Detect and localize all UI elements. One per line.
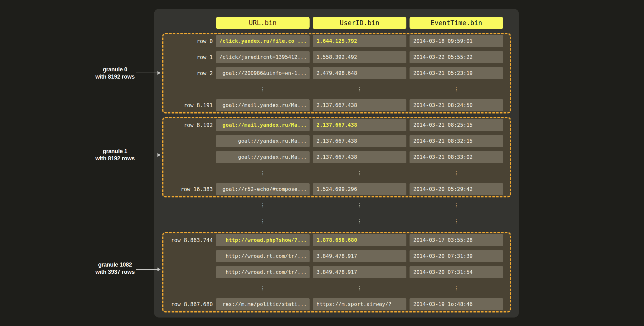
vertical-ellipsis-url: ⋮ [216, 215, 310, 227]
vertical-ellipsis-userid: ⋮ [313, 167, 406, 179]
url-cell: goal://r52-echo/#compose... [216, 183, 310, 195]
row-label: row 8.863.744 [163, 234, 213, 246]
granule-1082-label: granule 1082 with 3937 rows [77, 261, 153, 276]
row-label: row 8.192 [163, 119, 213, 131]
row-label [163, 151, 213, 163]
row-label-empty [163, 282, 213, 294]
user-id-cell: 1.524.699.296 [313, 183, 406, 195]
row-label-empty [163, 83, 213, 95]
row-label: row 8.867.680 [163, 298, 213, 310]
user-id-cell: 3.849.478.917 [313, 266, 406, 278]
table-row: http://wroad.rt.com/tr/...3.849.478.9172… [163, 266, 510, 278]
table-row: row 16.383goal://r52-echo/#compose...1.5… [163, 183, 510, 195]
url-cell: goal://mail.yandex.ru/Ma... [216, 99, 310, 111]
granule-1-arrow [136, 155, 158, 155]
granule-1082-ellipsis-row: ⋮⋮⋮ [163, 282, 510, 294]
column-file-badge-userid: UserID.bin [313, 17, 406, 29]
user-id-cell: 3.849.478.917 [313, 250, 406, 262]
url-cell: goal://yandex.ru.Ma... [216, 151, 310, 163]
url-cell: /click/jsredircnt=1395412... [216, 51, 310, 63]
event-time-cell: 2014-03-20 07:31:39 [410, 250, 503, 262]
event-time-cell: 2014-03-21 08:33:02 [410, 151, 503, 163]
row-label: row 16.383 [163, 183, 213, 195]
vertical-ellipsis-userid: ⋮ [313, 282, 406, 294]
column-file-badge-url: URL.bin [216, 17, 310, 29]
vertical-ellipsis-userid: ⋮ [313, 83, 406, 95]
table-row: http://wroad.rt.com/tr/...3.849.478.9172… [163, 250, 510, 262]
vertical-ellipsis-eventtime: ⋮ [410, 199, 503, 211]
event-time-cell: 2014-03-21 08:32:15 [410, 135, 503, 147]
column-file-badge-eventtime: EventTime.bin [410, 17, 503, 29]
row-label-empty [163, 215, 213, 227]
user-id-cell: 2.137.667.438 [313, 151, 406, 163]
index-granules-diagram: URL.bin UserID.bin EventTime.bin row 0/c… [0, 0, 644, 326]
granule-1082-box: row 8.863.744http://wroad.php?show/7...1… [162, 232, 511, 312]
granule-1082-label-line1: granule 1082 [77, 261, 153, 268]
url-cell: http://wroad.php?show/7... [216, 234, 310, 246]
table-row: row 8.192goal://mail.yandex.ru/Ma...2.13… [163, 119, 510, 131]
table-row: goal://yandex.ru.Ma...2.137.667.4382014-… [163, 135, 510, 147]
row-label [163, 250, 213, 262]
row-label [163, 135, 213, 147]
vertical-ellipsis-eventtime: ⋮ [410, 83, 503, 95]
user-id-cell: 1.644.125.792 [313, 35, 406, 47]
column-files-panel: URL.bin UserID.bin EventTime.bin row 0/c… [154, 9, 519, 318]
table-row: row 8.863.744http://wroad.php?show/7...1… [163, 234, 510, 246]
vertical-ellipsis-userid: ⋮ [313, 215, 406, 227]
between-granules-ellipsis-row: ⋮⋮⋮ [163, 215, 510, 227]
row-label-empty [163, 199, 213, 211]
user-id-cell: 2.479.498.648 [313, 67, 406, 79]
between-granules-ellipsis-row: ⋮⋮⋮ [163, 199, 510, 211]
row-label: row 8.191 [163, 99, 213, 111]
vertical-ellipsis-url: ⋮ [216, 83, 310, 95]
vertical-ellipsis-url: ⋮ [216, 282, 310, 294]
url-cell: /click.yandex.ru/file.co ... [216, 35, 310, 47]
granule-1082-arrow [136, 269, 158, 270]
vertical-ellipsis-eventtime: ⋮ [410, 282, 503, 294]
url-cell: goal://yandex.ru.Ma... [216, 135, 310, 147]
granule-1-arrow-head-icon [157, 153, 161, 157]
event-time-cell: 2014-03-20 05:29:42 [410, 183, 503, 195]
user-id-cell: 2.137.667.438 [313, 99, 406, 111]
granule-0-label-line1: granule 0 [77, 66, 153, 73]
vertical-ellipsis-url: ⋮ [216, 167, 310, 179]
vertical-ellipsis-eventtime: ⋮ [410, 167, 503, 179]
url-cell: goal://mail.yandex.ru/Ma... [216, 119, 310, 131]
event-time-cell: 2014-03-21 05:23:19 [410, 67, 503, 79]
url-cell: res://m.me/politic/stati... [216, 298, 310, 310]
event-time-cell: 2014-03-19 1o:48:46 [410, 298, 503, 310]
table-row: row 2goal://200986&uinfo=wn-1...2.479.49… [163, 67, 510, 79]
row-label: row 0 [163, 35, 213, 47]
granule-0-arrow [136, 73, 158, 73]
event-time-cell: 2014-03-22 05:55:22 [410, 51, 503, 63]
row-label: row 2 [163, 67, 213, 79]
granule-1-label-line2: with 8192 rows [77, 155, 153, 162]
row-label: row 1 [163, 51, 213, 63]
granule-0-label: granule 0 with 8192 rows [77, 66, 153, 80]
table-row: row 1/click/jsredircnt=1395412...1.558.3… [163, 51, 510, 63]
granule-1-label-line1: granule 1 [77, 148, 153, 155]
granule-0-ellipsis-row: ⋮⋮⋮ [163, 83, 510, 95]
event-time-cell: 2014-03-21 08:25:15 [410, 119, 503, 131]
granule-1-box: row 8.192goal://mail.yandex.ru/Ma...2.13… [162, 117, 511, 197]
granule-0-box: row 0/click.yandex.ru/file.co ...1.644.1… [162, 33, 511, 113]
vertical-ellipsis-url: ⋮ [216, 199, 310, 211]
user-id-cell: 2.137.667.438 [313, 119, 406, 131]
event-time-cell: 2014-03-17 03:55:28 [410, 234, 503, 246]
user-id-cell: 1.878.658.680 [313, 234, 406, 246]
vertical-ellipsis-userid: ⋮ [313, 199, 406, 211]
granule-1-ellipsis-row: ⋮⋮⋮ [163, 167, 510, 179]
row-label-empty [163, 167, 213, 179]
table-row: row 8.867.680res://m.me/politic/stati...… [163, 298, 510, 310]
row-label [163, 266, 213, 278]
table-row: row 0/click.yandex.ru/file.co ...1.644.1… [163, 35, 510, 47]
url-cell: http://wroad.rt.com/tr/... [216, 266, 310, 278]
granule-0-arrow-head-icon [157, 71, 161, 75]
table-row: goal://yandex.ru.Ma...2.137.667.4382014-… [163, 151, 510, 163]
user-id-cell: https://m.sport.airway/? [313, 298, 406, 310]
granule-0-label-line2: with 8192 rows [77, 73, 153, 80]
granule-1082-arrow-head-icon [157, 268, 161, 271]
url-cell: http://wroad.rt.com/tr/... [216, 250, 310, 262]
event-time-cell: 2014-03-21 08:24:50 [410, 99, 503, 111]
user-id-cell: 2.137.667.438 [313, 135, 406, 147]
